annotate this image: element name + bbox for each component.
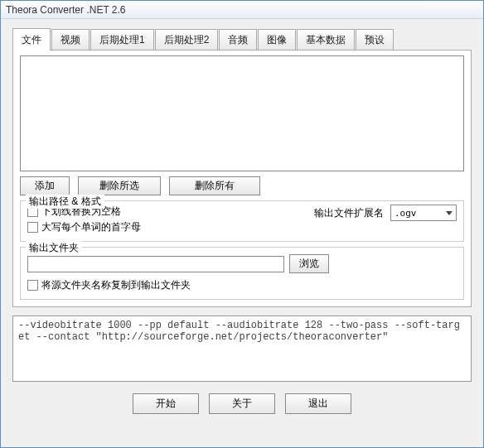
checkbox-icon: [27, 222, 38, 233]
add-button[interactable]: 添加: [20, 176, 70, 195]
output-folder-input[interactable]: [27, 256, 284, 272]
tab-file[interactable]: 文件: [12, 28, 51, 51]
chevron-down-icon: [446, 211, 453, 215]
tab-postproc1[interactable]: 后期处理1: [90, 29, 154, 50]
file-list[interactable]: [20, 55, 464, 171]
exit-button[interactable]: 退出: [285, 393, 351, 414]
app-window: Theora Converter .NET 2.6 文件 视频 后期处理1 后期…: [0, 0, 484, 448]
ext-combo[interactable]: .ogv: [390, 205, 457, 221]
start-button[interactable]: 开始: [133, 393, 199, 414]
chk-capitalize[interactable]: 大写每个单词的首字母: [27, 220, 141, 234]
window-title: Theora Converter .NET 2.6: [6, 4, 126, 16]
tab-audio[interactable]: 音频: [219, 29, 257, 50]
browse-button[interactable]: 浏览: [289, 254, 329, 273]
tab-presets[interactable]: 预设: [356, 29, 394, 50]
checkbox-icon: [27, 280, 38, 291]
output-format-legend: 输出路径 & 格式: [26, 195, 104, 209]
output-folder-legend: 输出文件夹: [26, 241, 82, 255]
ext-label: 输出文件扩展名: [314, 206, 384, 220]
tab-metadata[interactable]: 基本数据: [297, 29, 355, 50]
tab-video[interactable]: 视频: [51, 29, 90, 50]
bottom-button-row: 开始 关于 退出: [12, 393, 472, 414]
chk-copy-folder-name[interactable]: 将源文件夹名称复制到输出文件夹: [27, 278, 457, 292]
tab-image[interactable]: 图像: [258, 29, 296, 50]
file-button-row: 添加 删除所选 删除所有: [20, 176, 464, 195]
output-folder-frame: 输出文件夹 浏览 将源文件夹名称复制到输出文件夹: [20, 247, 464, 300]
command-line-preview[interactable]: --videobitrate 1000 --pp default --audio…: [12, 316, 472, 382]
client-area: 文件 视频 后期处理1 后期处理2 音频 图像 基本数据 预设 添加 删除所选 …: [1, 19, 483, 447]
output-format-frame: 输出路径 & 格式 下划线替换为空格 大写每个单词的首字母 输出文件扩展: [20, 200, 464, 242]
tab-postproc2[interactable]: 后期处理2: [155, 29, 219, 50]
tab-panel-file: 添加 删除所选 删除所有 输出路径 & 格式 下划线替换为空格 大写每个单词的首…: [12, 50, 472, 307]
remove-all-button[interactable]: 删除所有: [169, 176, 260, 195]
titlebar: Theora Converter .NET 2.6: [1, 1, 483, 19]
remove-selected-button[interactable]: 删除所选: [78, 176, 161, 195]
about-button[interactable]: 关于: [209, 393, 275, 414]
tab-strip: 文件 视频 后期处理1 后期处理2 音频 图像 基本数据 预设: [12, 27, 472, 50]
